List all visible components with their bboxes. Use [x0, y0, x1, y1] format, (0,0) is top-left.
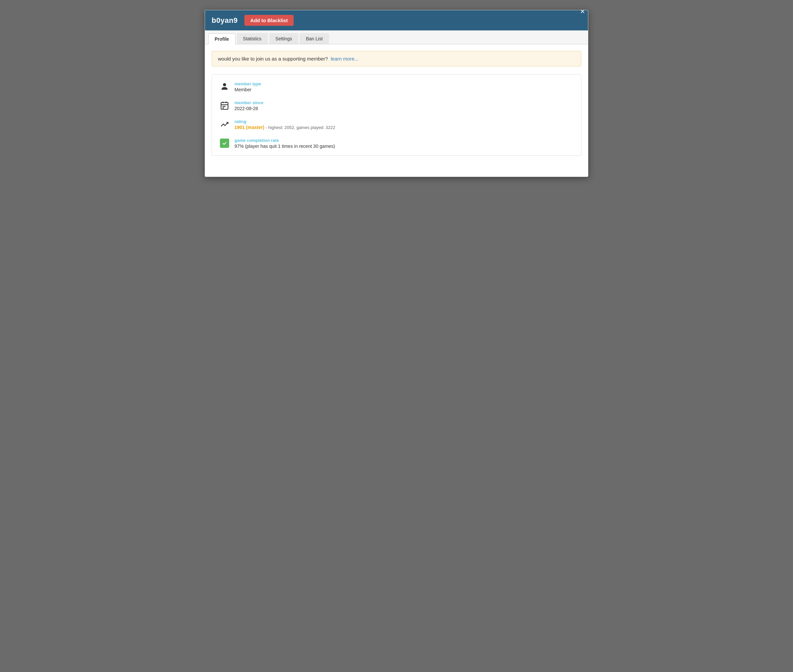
- tab-statistics[interactable]: Statistics: [237, 33, 268, 44]
- svg-point-0: [223, 83, 226, 86]
- checkmark-icon: [219, 139, 230, 148]
- close-button[interactable]: ✕: [580, 10, 585, 14]
- svg-rect-5: [222, 106, 224, 107]
- modal-header: b0yan9 Add to Blacklist ✕: [205, 10, 588, 30]
- tab-settings[interactable]: Settings: [269, 33, 299, 44]
- calendar-icon: [219, 101, 230, 110]
- member-type-label: member type: [235, 82, 574, 86]
- username-label: b0yan9: [212, 16, 238, 25]
- rating-detail: - highest: 2052, games played: 3222: [265, 125, 335, 130]
- chart-icon: [219, 120, 230, 129]
- member-type-value: Member: [235, 87, 574, 92]
- svg-rect-6: [224, 106, 225, 107]
- svg-rect-7: [222, 107, 224, 109]
- rating-label: rating: [235, 119, 574, 124]
- completion-rate-value: 97% (player has quit 1 times in recent 3…: [235, 144, 574, 149]
- tab-bar: Profile Statistics Settings Ban List: [205, 30, 588, 44]
- member-since-row: member since 2022-08-26: [219, 100, 574, 111]
- rating-row: rating 1901 (master) - highest: 2052, ga…: [219, 119, 574, 130]
- tab-profile[interactable]: Profile: [208, 34, 235, 44]
- add-to-blacklist-button[interactable]: Add to Blacklist: [245, 15, 294, 26]
- support-banner: would you like to join us as a supportin…: [212, 51, 581, 66]
- completion-rate-info: game completion rate 97% (player has qui…: [235, 138, 574, 149]
- rating-value: 1901 (master) - highest: 2052, games pla…: [235, 125, 574, 130]
- learn-more-link[interactable]: learn more...: [331, 56, 358, 61]
- svg-rect-1: [221, 102, 228, 109]
- completion-rate-label: game completion rate: [235, 138, 574, 143]
- member-since-value: 2022-08-26: [235, 106, 574, 111]
- support-text: would you like to join us as a supportin…: [218, 56, 328, 61]
- completion-rate-row: game completion rate 97% (player has qui…: [219, 138, 574, 149]
- member-since-label: member since: [235, 100, 574, 105]
- member-since-info: member since 2022-08-26: [235, 100, 574, 111]
- modal-body: would you like to join us as a supportin…: [205, 44, 588, 177]
- rating-info: rating 1901 (master) - highest: 2052, ga…: [235, 119, 574, 130]
- modal-dialog: b0yan9 Add to Blacklist ✕ Profile Statis…: [205, 10, 588, 177]
- modal-overlay: b0yan9 Add to Blacklist ✕ Profile Statis…: [205, 6, 588, 177]
- rating-number: 1901 (master): [235, 125, 264, 130]
- user-icon: [219, 82, 230, 91]
- member-type-row: member type Member: [219, 82, 574, 92]
- tab-banlist[interactable]: Ban List: [300, 33, 329, 44]
- member-type-info: member type Member: [235, 82, 574, 92]
- profile-card: member type Member: [212, 74, 581, 156]
